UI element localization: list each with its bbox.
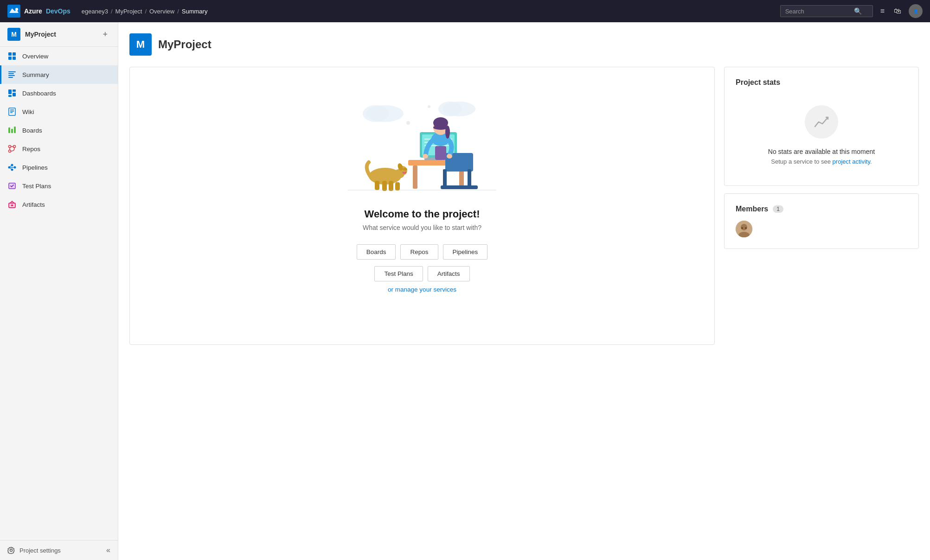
sidebar-item-repos[interactable]: Repos — [0, 140, 118, 158]
svg-rect-12 — [13, 93, 16, 96]
service-buttons-row1: Boards Repos Pipelines — [357, 244, 488, 260]
members-count-badge: 1 — [773, 205, 783, 213]
svg-point-38 — [10, 549, 13, 552]
test-plans-icon — [7, 181, 17, 191]
sidebar-footer: Project settings « — [0, 540, 118, 560]
svg-rect-56 — [443, 169, 447, 188]
sidebar-item-wiki[interactable]: Wiki — [0, 102, 118, 121]
pipelines-button[interactable]: Pipelines — [443, 244, 488, 260]
logo[interactable]: Azure DevOps — [7, 5, 71, 18]
page-title: MyProject — [158, 38, 212, 51]
svg-point-25 — [8, 166, 11, 169]
test-plans-button[interactable]: Test Plans — [374, 266, 423, 281]
svg-rect-7 — [8, 73, 14, 74]
shopping-bag-icon[interactable]: 🛍 — [892, 5, 903, 17]
boards-icon — [7, 126, 17, 135]
sidebar-project-name: MyProject — [25, 31, 56, 38]
azure-text: Azure — [24, 7, 42, 15]
svg-point-21 — [9, 146, 11, 148]
svg-point-1 — [15, 8, 18, 11]
top-nav: Azure DevOps egeaney3 / MyProject / Over… — [0, 0, 930, 22]
svg-point-44 — [428, 105, 430, 108]
sidebar-item-boards[interactable]: Boards — [0, 121, 118, 140]
svg-point-22 — [9, 150, 11, 153]
manage-services-link[interactable]: or manage your services — [388, 286, 456, 293]
page-project-avatar: M — [129, 33, 152, 56]
svg-rect-6 — [8, 71, 16, 72]
project-settings-item[interactable]: Project settings — [7, 547, 61, 554]
svg-rect-11 — [13, 89, 16, 92]
boards-button[interactable]: Boards — [357, 244, 396, 260]
svg-point-43 — [406, 121, 410, 125]
svg-point-70 — [403, 168, 407, 171]
sidebar-header: M MyProject + — [0, 22, 118, 47]
stats-empty-sub: Setup a service to see project activity. — [771, 158, 872, 165]
svg-line-30 — [10, 165, 12, 166]
svg-rect-57 — [468, 169, 471, 188]
artifacts-icon — [7, 200, 17, 209]
artifacts-button[interactable]: Artifacts — [428, 266, 470, 281]
sidebar-item-boards-label: Boards — [22, 127, 42, 134]
sidebar-item-wiki-label: Wiki — [22, 108, 34, 115]
main-content: M MyProject — [118, 22, 930, 560]
add-project-button[interactable]: + — [100, 29, 110, 40]
svg-point-28 — [14, 166, 16, 169]
breadcrumb-egeaney3[interactable]: egeaney3 — [82, 8, 108, 15]
members-card: Members 1 — [724, 193, 919, 249]
svg-rect-4 — [8, 57, 12, 60]
svg-rect-10 — [8, 89, 12, 94]
sidebar-item-test-plans[interactable]: Test Plans — [0, 177, 118, 195]
stats-chart-icon — [805, 105, 838, 139]
sidebar-item-artifacts[interactable]: Artifacts — [0, 195, 118, 214]
stats-empty-message: No stats are available at this moment — [768, 148, 875, 155]
sidebar-item-dashboards[interactable]: Dashboards — [0, 84, 118, 102]
project-activity-link[interactable]: project activity — [833, 158, 870, 165]
sidebar-item-pipelines-label: Pipelines — [22, 164, 48, 171]
breadcrumb-summary: Summary — [182, 8, 208, 15]
breadcrumb-overview[interactable]: Overview — [149, 8, 174, 15]
sidebar-item-overview-label: Overview — [22, 53, 48, 60]
sidebar: M MyProject + Overview — [0, 22, 118, 560]
member-avatar-1[interactable] — [736, 221, 752, 237]
project-settings-label: Project settings — [19, 547, 61, 554]
wiki-icon — [7, 107, 17, 116]
top-nav-right: 🔍 ≡ 🛍 👤 — [780, 4, 923, 18]
repos-button[interactable]: Repos — [400, 244, 438, 260]
svg-rect-9 — [8, 77, 13, 78]
content-columns: Welcome to the project! What service wou… — [129, 67, 919, 345]
search-box[interactable]: 🔍 — [780, 5, 873, 17]
search-input[interactable] — [785, 8, 850, 15]
collapse-sidebar-button[interactable]: « — [106, 546, 110, 554]
sidebar-nav: Overview Summary — [0, 47, 118, 540]
stats-empty-state: No stats are available at this moment Se… — [736, 96, 907, 174]
sidebar-project: M MyProject — [7, 28, 56, 41]
breadcrumb-myproject[interactable]: MyProject — [115, 8, 142, 15]
svg-rect-76 — [395, 182, 400, 191]
user-avatar[interactable]: 👤 — [909, 4, 923, 18]
sidebar-item-repos-label: Repos — [22, 146, 40, 153]
service-buttons-row2: Test Plans Artifacts — [374, 266, 469, 281]
page-title-row: M MyProject — [129, 33, 919, 56]
svg-rect-18 — [8, 127, 10, 133]
svg-line-31 — [10, 168, 12, 169]
notifications-icon[interactable]: ≡ — [879, 5, 886, 17]
svg-point-79 — [741, 224, 747, 230]
svg-rect-66 — [435, 146, 446, 160]
sidebar-project-avatar: M — [7, 28, 20, 41]
sidebar-item-summary-label: Summary — [22, 71, 49, 78]
side-cards: Project stats No stats are available at … — [724, 67, 919, 249]
svg-rect-58 — [441, 185, 478, 189]
svg-point-65 — [447, 154, 452, 159]
repos-icon — [7, 144, 17, 153]
sidebar-item-pipelines[interactable]: Pipelines — [0, 158, 118, 177]
breadcrumb: egeaney3 / MyProject / Overview / Summar… — [82, 8, 776, 15]
settings-icon — [7, 547, 15, 554]
dashboards-icon — [7, 89, 17, 98]
sidebar-item-dashboards-label: Dashboards — [22, 90, 56, 97]
stats-title: Project stats — [736, 78, 907, 87]
sidebar-item-summary[interactable]: Summary — [0, 65, 118, 84]
svg-rect-2 — [8, 52, 12, 56]
welcome-card: Welcome to the project! What service wou… — [129, 67, 715, 345]
summary-icon — [7, 70, 17, 79]
sidebar-item-overview[interactable]: Overview — [0, 47, 118, 65]
